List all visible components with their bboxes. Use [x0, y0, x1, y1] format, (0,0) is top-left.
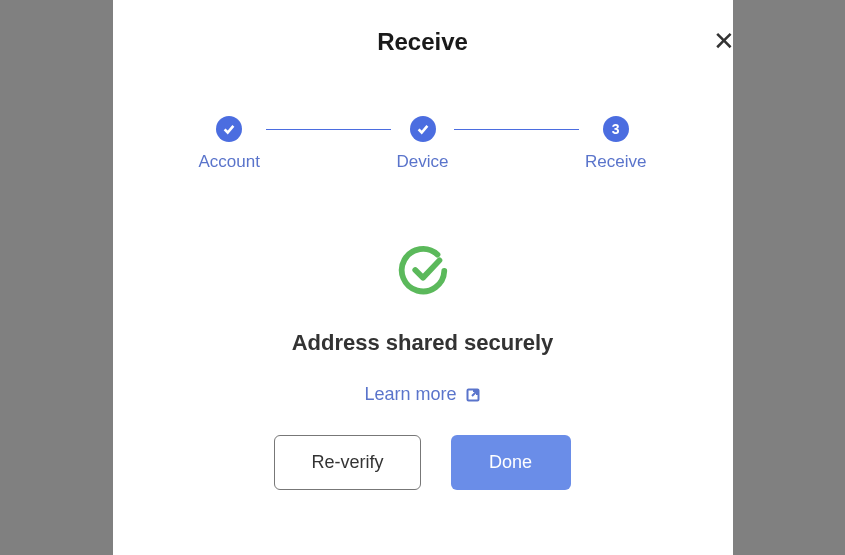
stepper: Account Device 3 Receive [193, 116, 653, 172]
external-link-icon [465, 387, 481, 403]
reverify-button[interactable]: Re-verify [274, 435, 420, 490]
learn-more-text: Learn more [364, 384, 456, 405]
receive-modal: Receive ✕ Account Device 3 Receive [113, 0, 733, 555]
close-icon: ✕ [713, 28, 733, 54]
check-icon [416, 122, 430, 136]
step-receive-label: Receive [585, 152, 646, 172]
step-device: Device [391, 116, 455, 172]
step-account: Account [193, 116, 266, 172]
step-device-label: Device [397, 152, 449, 172]
button-row: Re-verify Done [274, 435, 570, 490]
close-button[interactable]: ✕ [713, 28, 733, 54]
step-receive-number: 3 [612, 121, 620, 137]
success-title: Address shared securely [292, 330, 554, 356]
step-account-label: Account [199, 152, 260, 172]
step-receive-circle: 3 [603, 116, 629, 142]
done-button[interactable]: Done [451, 435, 571, 490]
success-check-icon [394, 242, 452, 300]
step-receive: 3 Receive [579, 116, 652, 172]
check-icon [222, 122, 236, 136]
success-area: Address shared securely Learn more Re-ve… [153, 242, 693, 490]
step-device-circle [410, 116, 436, 142]
step-account-circle [216, 116, 242, 142]
learn-more-link[interactable]: Learn more [364, 384, 480, 405]
modal-title: Receive [153, 28, 693, 56]
